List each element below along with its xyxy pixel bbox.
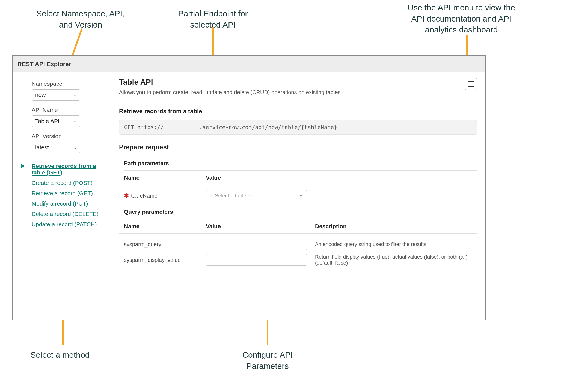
chevron-down-icon: ⌄ [73,119,77,123]
method-delete-record[interactable]: Delete a record (DELETE) [32,209,106,219]
hamburger-icon [468,84,474,84]
method-retrieve-record[interactable]: Retrieve a record (GET) [32,188,106,198]
endpoint-box: GET https://.service-now.com/api/now/tab… [119,120,477,135]
active-indicator-icon [21,164,25,168]
col-header-name: Name [124,174,206,181]
annotation-namespace: Select Namespace, API,and Version [27,8,134,30]
sysparm-query-input[interactable] [206,239,307,250]
method-update-record[interactable]: Update a record (PATCH) [32,219,106,230]
retrieve-records-title: Retrieve records from a table [119,108,477,115]
api-title: Table API [119,78,477,87]
main-panel: Table API Allows you to perform create, … [114,72,485,320]
api-name-label: API Name [32,107,106,113]
col-header-desc: Description [307,223,477,230]
annotation-configure-params: Configure APIParameters [227,349,308,372]
path-param-row: ✱ tableName -- Select a table -- ▼ [119,186,477,201]
namespace-select[interactable]: now ⌄ [32,89,80,101]
method-label: Create a record (POST) [32,180,93,186]
method-list: Retrieve records from a table (GET) Crea… [32,161,106,230]
col-header-value: Value [206,223,307,230]
table-name-select[interactable]: -- Select a table -- ▼ [206,190,307,201]
api-version-select[interactable]: latest ⌄ [32,142,80,153]
sidebar: Namespace now ⌄ API Name Table API ⌄ API… [13,72,114,320]
path-parameters-section: Path parameters Name Value ✱ tableName [119,160,477,201]
hamburger-icon [468,81,474,82]
api-description: Allows you to perform create, read, upda… [119,89,477,102]
endpoint-instance-redacted [164,125,199,130]
annotation-api-menu: Use the API menu to view theAPI document… [399,2,524,35]
query-param-row: sysparm_display_value Return field displ… [119,250,477,266]
query-parameters-heading: Query parameters [124,209,477,219]
api-version-value: latest [35,144,49,151]
prepare-request-title: Prepare request [119,143,477,155]
endpoint-prefix: GET https:// [124,124,164,130]
param-desc: Return field display values (true), actu… [307,254,477,266]
chevron-down-icon: ⌄ [73,145,77,150]
param-desc: An encoded query string used to filter t… [307,241,477,247]
hamburger-icon [468,86,474,87]
annotation-select-method: Select a method [19,349,101,361]
annotation-endpoint: Partial Endpoint forselected API [164,8,262,30]
param-name: tableName [131,193,158,199]
explorer-title: REST API Explorer [13,56,485,72]
method-modify-record[interactable]: Modify a record (PUT) [32,198,106,209]
method-label: Modify a record (PUT) [32,200,88,207]
api-name-value: Table API [35,118,60,124]
method-label: Update a record (PATCH) [32,221,97,227]
namespace-value: now [35,92,46,98]
query-parameters-section: Query parameters Name Value Description … [119,209,477,266]
method-label: Retrieve a record (GET) [32,190,93,196]
endpoint-suffix: .service-now.com/api/now/table/{tableNam… [199,124,337,130]
api-version-label: API Version [32,133,106,139]
method-create-record[interactable]: Create a record (POST) [32,178,106,188]
method-label: Delete a record (DELETE) [32,211,99,217]
api-menu-button[interactable] [465,78,477,90]
chevron-down-icon: ⌄ [73,93,77,97]
namespace-label: Namespace [32,81,106,87]
param-name: sysparm_query [124,241,206,248]
rest-api-explorer: REST API Explorer Namespace now ⌄ API Na… [12,55,486,320]
path-parameters-heading: Path parameters [124,160,477,171]
param-name: sysparm_display_value [124,257,206,263]
chevron-down-icon: ▼ [299,194,303,198]
sysparm-display-value-input[interactable] [206,254,307,266]
method-retrieve-records[interactable]: Retrieve records from a table (GET) [32,161,106,178]
method-label: Retrieve records from a table (GET) [32,163,96,176]
col-header-name: Name [124,223,206,230]
col-header-value: Value [206,174,307,181]
api-name-select[interactable]: Table API ⌄ [32,115,80,127]
required-icon: ✱ [124,192,129,199]
table-name-placeholder: -- Select a table -- [210,193,251,199]
query-param-row: sysparm_query An encoded query string us… [119,235,477,250]
